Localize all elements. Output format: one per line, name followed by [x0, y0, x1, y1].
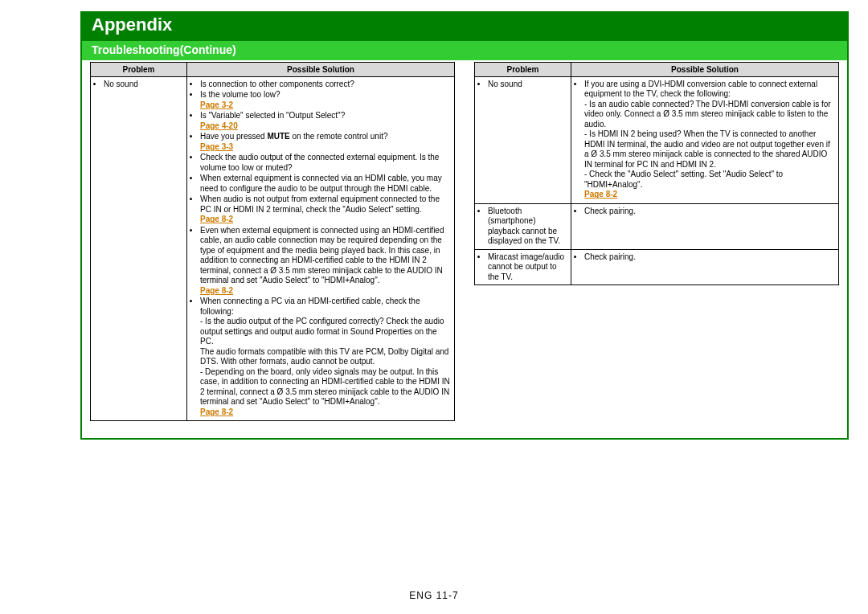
col-header-problem: Problem — [475, 62, 571, 76]
solution-item: When external equipment is connected via… — [200, 174, 451, 194]
table-header-row: Problem Possible Solution — [91, 62, 455, 76]
page-ref-link[interactable]: Page 3-3 — [200, 142, 451, 153]
solution-list: Check pairing. — [584, 252, 835, 263]
solution-cell: Is connection to other components correc… — [187, 76, 455, 421]
solution-text: on the remote control unit? — [290, 132, 388, 141]
page-number: ENG 11-7 — [0, 590, 868, 601]
table-row: No sound If you are using a DVI-HDMI con… — [475, 76, 839, 203]
solution-item: Have you pressed MUTE on the remote cont… — [200, 132, 451, 152]
solution-list: If you are using a DVI-HDMI conversion c… — [584, 80, 835, 200]
solution-item: If you are using a DVI-HDMI conversion c… — [584, 80, 835, 200]
table-row: Miracast image/audio cannot be output to… — [475, 249, 839, 285]
solution-text: When audio is not output from external e… — [200, 194, 440, 214]
problem-text: No sound — [104, 80, 183, 90]
solution-subtext: - Is the audio output of the PC configur… — [200, 317, 451, 347]
solution-cell: Check pairing. — [571, 203, 839, 249]
solution-item: When connecting a PC via an HDMI-certifi… — [200, 297, 451, 417]
solution-item: Is "Variable" selected in "Output Select… — [200, 111, 451, 131]
two-column-layout: Problem Possible Solution No sound — [82, 60, 847, 436]
problem-cell: Miracast image/audio cannot be output to… — [475, 249, 571, 285]
problem-list: Miracast image/audio cannot be output to… — [488, 252, 567, 283]
page-ref-link[interactable]: Page 8-2 — [200, 407, 451, 418]
solution-subtext: - Is an audio cable connected? The DVI-H… — [584, 100, 835, 130]
page-ref-link[interactable]: Page 3-2 — [200, 100, 451, 111]
solution-subtext: - Is HDMI IN 2 being used? When the TV i… — [584, 129, 835, 170]
solution-list: Is connection to other components correc… — [200, 80, 451, 418]
solution-item: Check pairing. — [584, 252, 835, 263]
mute-label: MUTE — [267, 132, 289, 141]
page-ref-link[interactable]: Page 8-2 — [200, 286, 451, 297]
left-column: Problem Possible Solution No sound — [90, 62, 455, 428]
right-column: Problem Possible Solution No sound — [474, 62, 839, 428]
col-header-solution: Possible Solution — [571, 62, 839, 76]
solution-subtext: - Check the "Audio Select" setting. Set … — [584, 170, 835, 190]
solution-item: Even when external equipment is connecte… — [200, 226, 451, 297]
table-row: Bluetooth (smartphone) playback cannot b… — [475, 203, 839, 249]
solution-cell: If you are using a DVI-HDMI conversion c… — [571, 76, 839, 203]
solution-cell: Check pairing. — [571, 249, 839, 285]
problem-cell: No sound — [475, 76, 571, 203]
troubleshoot-table-left: Problem Possible Solution No sound — [90, 62, 455, 422]
problem-cell: No sound — [91, 76, 187, 421]
solution-subtext: The audio formats compatible with this T… — [200, 347, 451, 367]
problem-list: No sound — [104, 80, 183, 90]
solution-text: Have you pressed — [200, 132, 267, 141]
solution-item: When audio is not output from external e… — [200, 194, 451, 225]
problem-text: Miracast image/audio cannot be output to… — [488, 252, 567, 283]
problem-list: Bluetooth (smartphone) playback cannot b… — [488, 207, 567, 247]
table-row: No sound Is connection to other componen… — [91, 76, 455, 421]
table-header-row: Problem Possible Solution — [475, 62, 839, 76]
solution-item: Is the volume too low? Page 3-2 — [200, 90, 451, 110]
solution-text: If you are using a DVI-HDMI conversion c… — [584, 80, 817, 99]
section-title: Troubleshooting(Continue) — [82, 39, 847, 60]
solution-text: Is "Variable" selected in "Output Select… — [200, 111, 345, 120]
page-ref-link[interactable]: Page 4-20 — [200, 121, 451, 132]
solution-subtext: - Depending on the board, only video sig… — [200, 367, 451, 407]
solution-item: Is connection to other components correc… — [200, 80, 451, 90]
troubleshoot-table-right: Problem Possible Solution No sound — [474, 62, 839, 286]
solution-item: Check the audio output of the connected … — [200, 153, 451, 173]
content-frame: Appendix Troubleshooting(Continue) Probl… — [80, 11, 849, 440]
problem-text: Bluetooth (smartphone) playback cannot b… — [488, 207, 567, 247]
solution-item: Check pairing. — [584, 207, 835, 217]
solution-text: Even when external equipment is connecte… — [200, 226, 444, 285]
page-ref-link[interactable]: Page 8-2 — [584, 190, 835, 200]
solution-text: Is the volume too low? — [200, 90, 280, 99]
problem-list: No sound — [488, 80, 567, 90]
problem-cell: Bluetooth (smartphone) playback cannot b… — [475, 203, 571, 249]
col-header-solution: Possible Solution — [187, 62, 455, 76]
problem-text: No sound — [488, 80, 567, 90]
solution-text: When connecting a PC via an HDMI-certifi… — [200, 297, 420, 316]
page-root: Appendix Troubleshooting(Continue) Probl… — [0, 0, 868, 614]
chapter-title: Appendix — [82, 13, 847, 39]
solution-list: Check pairing. — [584, 207, 835, 217]
page-ref-link[interactable]: Page 8-2 — [200, 215, 451, 225]
col-header-problem: Problem — [91, 62, 187, 76]
